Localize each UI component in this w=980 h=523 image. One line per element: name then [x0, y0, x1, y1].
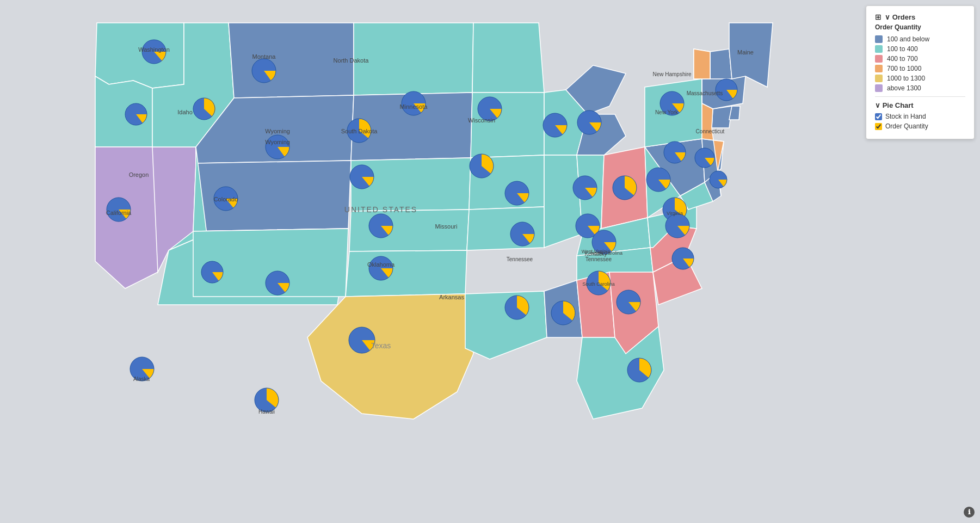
map-container: UNITED STATES	[0, 0, 980, 523]
svg-text:Idaho: Idaho	[177, 109, 193, 115]
svg-text:Oklahoma: Oklahoma	[367, 261, 395, 268]
svg-text:New Hampshire: New Hampshire	[652, 71, 692, 77]
svg-text:Washington: Washington	[138, 46, 170, 53]
svg-text:Texas: Texas	[371, 341, 391, 350]
svg-text:Connecticut: Connecticut	[696, 128, 725, 134]
legend-color-swatch	[875, 55, 883, 63]
legend-pie-checkbox[interactable]	[875, 123, 882, 130]
legend-item-label: 700 to 1000	[887, 65, 921, 72]
legend-color-item: 1000 to 1300	[875, 75, 965, 82]
orders-section-header[interactable]: ∨ Orders	[885, 13, 915, 21]
map-title: UNITED STATES	[344, 205, 417, 214]
legend-color-item: above 1300	[875, 84, 965, 92]
svg-text:Tennessee: Tennessee	[585, 256, 612, 262]
legend-color-swatch	[875, 45, 883, 53]
legend-color-item: 400 to 700	[875, 55, 965, 63]
svg-text:Virginia: Virginia	[667, 211, 683, 216]
legend-pie-items: Stock in Hand Order Quantity	[875, 113, 965, 130]
svg-text:Montana: Montana	[252, 53, 276, 60]
svg-text:Tennessee: Tennessee	[507, 256, 533, 262]
info-icon[interactable]: ℹ	[964, 507, 975, 518]
legend-item-label: 1000 to 1300	[887, 75, 925, 82]
svg-text:North Carolina: North Carolina	[591, 250, 622, 256]
grid-icon[interactable]: ⊞	[875, 13, 882, 21]
legend-color-items: 100 and below 100 to 400 400 to 700 700 …	[875, 35, 965, 92]
legend-color-swatch	[875, 35, 883, 43]
svg-text:Wyoming: Wyoming	[265, 128, 290, 134]
legend-item-label: 100 to 400	[887, 45, 918, 53]
legend-pie-item: Stock in Hand	[875, 113, 965, 120]
legend-color-swatch	[875, 84, 883, 92]
svg-text:Wyoming: Wyoming	[265, 139, 290, 145]
legend-color-item: 100 to 400	[875, 45, 965, 53]
legend-pie-label: Order Quantity	[885, 122, 928, 130]
svg-text:Missouri: Missouri	[435, 223, 458, 230]
legend-color-swatch	[875, 65, 883, 72]
svg-text:Alaska: Alaska	[133, 376, 150, 382]
legend-color-item: 100 and below	[875, 35, 965, 43]
legend-color-item: 700 to 1000	[875, 65, 965, 72]
legend-panel: ⊞ ∨ Orders Order Quantity 100 and below …	[866, 5, 975, 139]
svg-text:Hawaii: Hawaii	[258, 409, 275, 415]
svg-text:South Dakota: South Dakota	[341, 128, 378, 134]
svg-text:Minnesota: Minnesota	[400, 103, 428, 110]
svg-text:Massachusetts: Massachusetts	[687, 90, 723, 96]
legend-item-label: 400 to 700	[887, 55, 918, 63]
legend-pie-label: Stock in Hand	[885, 113, 926, 120]
legend-pie-item: Order Quantity	[875, 122, 965, 130]
svg-text:California: California	[106, 210, 132, 216]
svg-text:Maine: Maine	[737, 49, 754, 56]
svg-text:New York: New York	[655, 109, 679, 115]
legend-color-swatch	[875, 75, 883, 82]
legend-item-label: 100 and below	[887, 35, 929, 43]
order-quantity-subtitle: Order Quantity	[875, 23, 965, 31]
legend-pie-checkbox[interactable]	[875, 113, 882, 120]
svg-text:Oregon: Oregon	[129, 171, 149, 178]
svg-text:Wisconsin: Wisconsin	[468, 117, 495, 124]
svg-text:North Dakota: North Dakota	[334, 57, 369, 64]
pie-chart-section-header[interactable]: ∨ Pie Chart	[875, 101, 965, 109]
svg-text:Arkansas: Arkansas	[439, 294, 464, 300]
legend-item-label: above 1300	[887, 84, 921, 92]
svg-text:Colorado: Colorado	[214, 196, 238, 202]
svg-text:South Carolina: South Carolina	[582, 281, 615, 287]
